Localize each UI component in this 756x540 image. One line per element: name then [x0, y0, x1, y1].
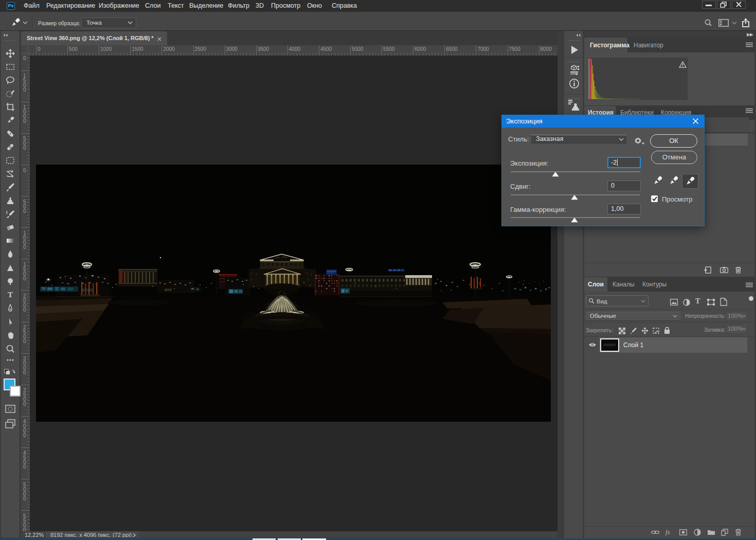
svg-text:2000: 2000 [163, 46, 175, 52]
svg-text:0: 0 [23, 244, 26, 250]
svg-text:6000: 6000 [415, 46, 426, 52]
svg-text:0: 0 [23, 168, 26, 173]
svg-text:8000: 8000 [541, 46, 552, 52]
svg-text:5500: 5500 [383, 46, 395, 52]
svg-text:2500: 2500 [195, 46, 207, 52]
svg-text:4500: 4500 [320, 46, 332, 52]
svg-text:0: 0 [23, 496, 26, 501]
svg-text:7000: 7000 [477, 46, 489, 52]
svg-text:0: 0 [23, 145, 26, 151]
svg-text:4000: 4000 [289, 46, 301, 52]
svg-text:0: 0 [23, 338, 26, 344]
svg-text:0: 0 [38, 46, 41, 52]
svg-text:0: 0 [23, 56, 26, 61]
svg-text:1500: 1500 [132, 46, 143, 52]
svg-text:0: 0 [23, 87, 26, 93]
svg-text:0: 0 [23, 401, 26, 407]
svg-text:1000: 1000 [100, 46, 112, 52]
svg-text:5000: 5000 [352, 46, 364, 52]
svg-text:3500: 3500 [258, 46, 269, 52]
svg-text:0: 0 [23, 370, 26, 375]
svg-text:7500: 7500 [509, 46, 521, 52]
svg-text:3000: 3000 [226, 46, 238, 52]
svg-text:0: 0 [23, 307, 26, 313]
svg-text:0: 0 [23, 464, 26, 470]
svg-text:0: 0 [23, 208, 26, 214]
svg-text:0: 0 [23, 527, 26, 531]
svg-text:6500: 6500 [446, 46, 458, 52]
svg-text:500: 500 [69, 46, 78, 52]
svg-text:0: 0 [23, 118, 26, 124]
svg-text:0: 0 [23, 276, 26, 281]
svg-text:0: 0 [23, 433, 26, 438]
svg-text:T: T [8, 291, 13, 299]
